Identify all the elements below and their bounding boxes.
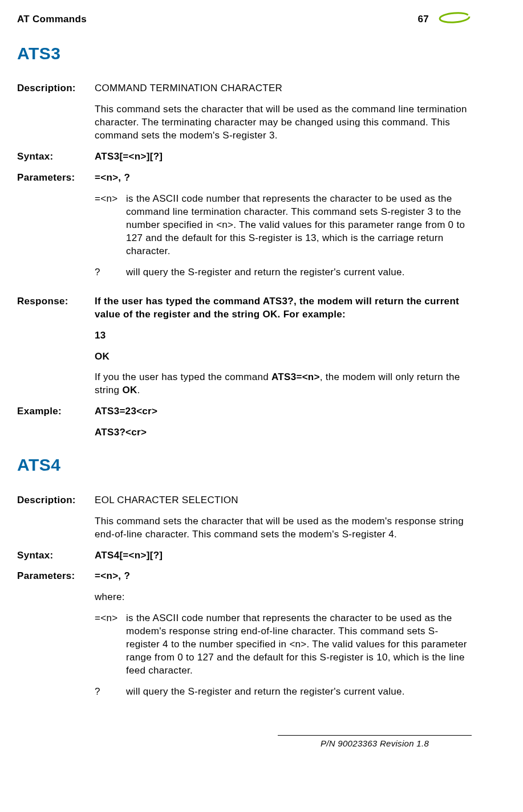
parameters-label: Parameters: [17, 172, 95, 287]
description-label: Description: [17, 494, 95, 541]
syntax-label: Syntax: [17, 150, 95, 164]
ats3-syntax: Syntax: ATS3[=<n>][?] [17, 150, 472, 164]
page-number: 67 [417, 13, 429, 26]
response-label: Response: [17, 295, 95, 398]
param-val-n: is the ASCII code number that represents… [126, 193, 472, 258]
param-key-n: =<n> [95, 612, 126, 678]
where-text: where: [95, 591, 472, 604]
ats4-parameters: Parameters: =<n>, ? where: =<n> is the A… [17, 570, 472, 707]
ats3-example: Example: ATS3=23<cr> ATS3?<cr> [17, 405, 472, 439]
page-footer: P/N 90023363 Revision 1.8 [278, 735, 472, 749]
example-2: ATS3?<cr> [95, 426, 472, 439]
example-content: ATS3=23<cr> ATS3?<cr> [95, 405, 472, 439]
param-val-q: will query the S-register and return the… [126, 685, 472, 699]
syntax-value: ATS3[=<n>][?] [95, 150, 472, 164]
ats3-title: ATS3 [17, 42, 472, 66]
parameters-summary: =<n>, ? [95, 570, 472, 583]
response-text-1: If the user has typed the command ATS3?,… [95, 295, 472, 321]
example-1: ATS3=23<cr> [95, 405, 472, 418]
ats3-response: Response: If the user has typed the comm… [17, 295, 472, 398]
param-key-q: ? [95, 266, 126, 279]
description-body: This command sets the character that wil… [95, 103, 472, 142]
description-heading: EOL CHARACTER SELECTION [95, 494, 472, 507]
logo-icon [437, 11, 472, 28]
param-key-q: ? [95, 685, 126, 699]
header-title: AT Commands [17, 13, 87, 26]
ats3-parameters: Parameters: =<n>, ? =<n> is the ASCII co… [17, 172, 472, 287]
parameters-content: =<n>, ? =<n> is the ASCII code number th… [95, 172, 472, 287]
param-row-n: =<n> is the ASCII code number that repre… [95, 612, 472, 678]
param-row-q: ? will query the S-register and return t… [95, 266, 472, 279]
ats4-title: ATS4 [17, 454, 472, 477]
param-val-n: is the ASCII code number that represents… [126, 612, 472, 678]
description-content: EOL CHARACTER SELECTION This command set… [95, 494, 472, 541]
response-text-3: OK [95, 350, 472, 364]
description-body: This command sets the character that wil… [95, 515, 472, 541]
page-header: AT Commands 67 [17, 11, 472, 28]
description-heading: COMMAND TERMINATION CHARACTER [95, 82, 472, 95]
description-content: COMMAND TERMINATION CHARACTER This comma… [95, 82, 472, 142]
response-text-4: If you the user has typed the command AT… [95, 371, 472, 397]
parameters-summary: =<n>, ? [95, 172, 472, 185]
description-label: Description: [17, 82, 95, 142]
header-right: 67 [417, 11, 472, 28]
parameters-label: Parameters: [17, 570, 95, 707]
parameters-content: =<n>, ? where: =<n> is the ASCII code nu… [95, 570, 472, 707]
response-text-2: 13 [95, 329, 472, 342]
ats4-description: Description: EOL CHARACTER SELECTION Thi… [17, 494, 472, 541]
param-row-n: =<n> is the ASCII code number that repre… [95, 193, 472, 258]
param-row-q: ? will query the S-register and return t… [95, 685, 472, 699]
response-content: If the user has typed the command ATS3?,… [95, 295, 472, 398]
ats3-description: Description: COMMAND TERMINATION CHARACT… [17, 82, 472, 142]
syntax-label: Syntax: [17, 549, 95, 562]
syntax-value: ATS4[=<n>][?] [95, 549, 472, 562]
example-label: Example: [17, 405, 95, 439]
ats4-syntax: Syntax: ATS4[=<n>][?] [17, 549, 472, 562]
param-val-q: will query the S-register and return the… [126, 266, 472, 279]
param-key-n: =<n> [95, 193, 126, 258]
svg-point-0 [440, 12, 470, 23]
